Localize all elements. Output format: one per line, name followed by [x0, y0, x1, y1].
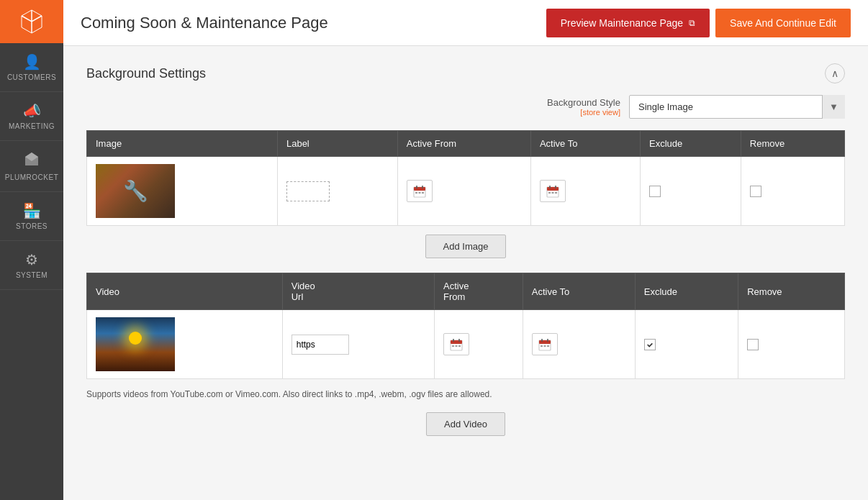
main-area: Coming Soon & Maintenance Page Preview M… — [63, 0, 868, 500]
remove-cell — [741, 157, 844, 226]
svg-rect-29 — [547, 345, 549, 347]
image-remove-checkbox[interactable] — [750, 186, 761, 197]
add-video-button[interactable]: Add Video — [426, 412, 505, 436]
svg-rect-3 — [414, 187, 425, 191]
video-url-input[interactable] — [291, 335, 349, 355]
logo[interactable] — [0, 0, 63, 43]
video-active-to-calendar[interactable] — [532, 333, 558, 355]
label-cell — [277, 157, 397, 226]
sidebar-item-customers[interactable]: 👤 CUSTOMERS — [0, 43, 63, 92]
customers-icon: 👤 — [23, 53, 41, 71]
video-url-cell — [282, 310, 434, 379]
image-cell: 🔧 — [87, 157, 278, 226]
sidebar-label-customers: CUSTOMERS — [7, 73, 56, 81]
section-title: Background Settings — [86, 66, 206, 81]
background-style-select-wrapper: Single Image ▼ — [629, 95, 845, 119]
tools-emoji: 🔧 — [123, 179, 148, 203]
svg-rect-15 — [555, 192, 557, 194]
page-header: Coming Soon & Maintenance Page Preview M… — [63, 0, 868, 46]
system-icon: ⚙ — [25, 251, 38, 268]
sidebar-label-stores: STORES — [16, 222, 48, 230]
remove-col-header: Remove — [741, 131, 844, 157]
image-table: Image Label Active From Active To Exclud… — [86, 130, 845, 226]
svg-rect-22 — [458, 345, 461, 347]
video-active-to-cell — [523, 310, 635, 379]
label-col-header: Label — [277, 131, 397, 157]
svg-rect-8 — [422, 192, 424, 194]
active-from-col-header: Active From — [397, 131, 530, 157]
tools-image: 🔧 — [96, 164, 175, 218]
svg-rect-24 — [539, 340, 551, 344]
image-col-header: Image — [87, 131, 278, 157]
background-style-select[interactable]: Single Image — [629, 95, 845, 119]
svg-rect-6 — [415, 192, 417, 194]
svg-rect-13 — [548, 192, 551, 194]
stores-icon: 🏪 — [23, 202, 41, 219]
image-active-from-calendar[interactable] — [407, 180, 433, 202]
collapse-button[interactable]: ∧ — [825, 63, 845, 83]
active-to-cell — [530, 157, 640, 226]
add-image-button[interactable]: Add Image — [425, 235, 507, 258]
plumrocket-icon — [24, 151, 40, 171]
video-active-to-col-header: Active To — [523, 273, 635, 310]
preview-button-label: Preview Maintenance Page — [561, 17, 683, 29]
chevron-up-icon: ∧ — [831, 68, 838, 79]
svg-rect-28 — [543, 345, 546, 347]
video-table: Video VideoUrl ActiveFrom Active To Excl… — [86, 273, 845, 379]
video-support-text: Supports videos from YouTube.com or Vime… — [86, 388, 845, 401]
background-style-label: Background Style [store view] — [547, 97, 620, 117]
section-header: Background Settings ∧ — [86, 63, 845, 83]
background-style-field: Background Style [store view] Single Ima… — [86, 95, 845, 119]
video-exclude-col-header: Exclude — [635, 273, 738, 310]
sidebar-label-system: SYSTEM — [16, 271, 48, 279]
video-cell — [87, 310, 283, 379]
header-actions: Preview Maintenance Page ⧉ Save And Cont… — [546, 9, 851, 37]
svg-rect-27 — [541, 345, 543, 347]
content-area: Background Settings ∧ Background Style [… — [63, 46, 868, 500]
canyon-video-thumb — [96, 317, 175, 371]
video-remove-cell — [738, 310, 845, 379]
active-to-col-header: Active To — [530, 131, 640, 157]
video-exclude-checkbox[interactable] — [644, 339, 656, 350]
preview-button[interactable]: Preview Maintenance Page ⧉ — [546, 9, 710, 37]
image-exclude-checkbox[interactable] — [649, 186, 661, 197]
sidebar-item-plumrocket[interactable]: PLUMROCKET — [0, 141, 63, 192]
active-from-cell — [397, 157, 530, 226]
exclude-col-header: Exclude — [641, 131, 741, 157]
sidebar-label-marketing: MARKETING — [9, 122, 55, 130]
sidebar-item-marketing[interactable]: 📣 MARKETING — [0, 92, 63, 141]
store-view-label: [store view] — [547, 108, 620, 117]
external-link-icon: ⧉ — [689, 18, 695, 28]
exclude-cell — [641, 157, 741, 226]
svg-rect-7 — [418, 192, 420, 194]
sidebar-item-stores[interactable]: 🏪 STORES — [0, 192, 63, 241]
sidebar-item-system[interactable]: ⚙ SYSTEM — [0, 241, 63, 290]
video-active-from-cell — [435, 310, 523, 379]
svg-rect-20 — [452, 345, 454, 347]
page-title: Coming Soon & Maintenance Page — [81, 14, 328, 32]
svg-rect-14 — [551, 192, 553, 194]
image-active-to-calendar[interactable] — [540, 180, 566, 202]
video-exclude-cell — [635, 310, 738, 379]
svg-rect-10 — [547, 187, 559, 191]
image-label-input[interactable] — [286, 181, 330, 201]
sun-shape — [129, 332, 142, 345]
sidebar: 👤 CUSTOMERS 📣 MARKETING PLUMROCKET 🏪 STO… — [0, 0, 63, 500]
marketing-icon: 📣 — [23, 102, 41, 119]
video-active-from-calendar[interactable] — [443, 333, 469, 355]
video-remove-col-header: Remove — [738, 273, 845, 310]
video-col-header: Video — [87, 273, 283, 310]
video-url-col-header: VideoUrl — [282, 273, 434, 310]
save-button[interactable]: Save And Continue Edit — [715, 9, 851, 37]
svg-rect-21 — [456, 345, 458, 347]
video-table-row — [87, 310, 845, 379]
video-remove-checkbox[interactable] — [747, 339, 759, 350]
video-active-from-col-header: ActiveFrom — [435, 273, 523, 310]
svg-rect-17 — [451, 340, 462, 344]
sidebar-label-plumrocket: PLUMROCKET — [5, 173, 58, 181]
table-row: 🔧 — [87, 157, 845, 226]
